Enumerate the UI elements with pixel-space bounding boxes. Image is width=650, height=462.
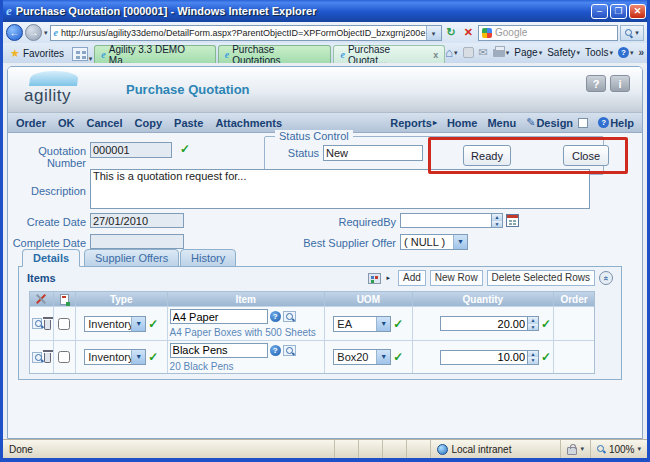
url-text[interactable]: http://ursus/agility33demo/DetailForm.as… (61, 28, 426, 38)
browser-tab-active[interactable]: e Purchase Quotat... x (333, 45, 445, 63)
uom-select[interactable]: EA▼ (333, 316, 391, 332)
create-date-field[interactable] (90, 213, 184, 228)
minimize-button[interactable]: – (591, 4, 608, 19)
add-button[interactable]: Add (398, 270, 426, 286)
address-bar: ← → ▾ e http://ursus/agility33demo/Detai… (3, 22, 647, 43)
toolbar-attachments-button[interactable]: Attachments (215, 117, 282, 129)
toolbar-help-button[interactable]: ?Help (598, 117, 634, 129)
browser-tab-2[interactable]: e Purchase Quotations (218, 45, 332, 63)
toolbar-home-button[interactable]: Home (447, 117, 478, 129)
required-by-spinner[interactable]: ▲▼ (492, 213, 503, 228)
forward-button[interactable]: → (25, 24, 42, 41)
quantity-stepper[interactable]: ▲▼ (528, 350, 539, 365)
favorites-button[interactable]: ★ Favorites (6, 43, 68, 63)
stop-icon[interactable]: ✕ (461, 26, 476, 39)
best-supplier-offer-select[interactable]: ( NULL ) ▼ (400, 234, 468, 250)
toolbar-overflow-icon[interactable]: » (638, 47, 644, 58)
calendar-icon[interactable] (506, 214, 519, 227)
browser-tab-1[interactable]: e Agility 3.3 DEMO Ma... (94, 45, 215, 63)
status-control-legend: Status Control (275, 130, 353, 142)
toolbar-copy-button[interactable]: Copy (135, 117, 163, 129)
export-icon[interactable] (368, 273, 381, 284)
quantity-stepper[interactable]: ▲▼ (528, 316, 539, 331)
required-by-field[interactable] (400, 213, 492, 228)
ready-button[interactable]: Ready (463, 145, 511, 166)
quantity-field[interactable] (440, 350, 528, 365)
quantity-field[interactable] (440, 316, 528, 331)
quick-tabs-icon[interactable] (72, 47, 88, 61)
item-help-icon[interactable]: ? (270, 311, 281, 322)
home-button[interactable]: ⌂▾ (445, 45, 457, 60)
tab-history[interactable]: History (180, 249, 236, 267)
row-select-checkbox[interactable] (58, 318, 70, 330)
tab-close-icon[interactable]: x (433, 50, 438, 60)
mail-icon[interactable]: ✉ (479, 46, 488, 59)
row-delete-icon[interactable] (44, 320, 51, 330)
page-menu[interactable]: Page▾ (514, 47, 542, 58)
back-button[interactable]: ← (6, 24, 23, 41)
protected-mode-button[interactable]: ▾ (560, 440, 590, 458)
status-field[interactable] (323, 145, 423, 161)
zoom-icon (597, 445, 606, 454)
search-placeholder[interactable]: Google (495, 27, 614, 38)
new-row-button[interactable]: New Row (430, 270, 483, 286)
history-dropdown-icon[interactable]: ▾ (44, 29, 48, 37)
close-button[interactable]: ✕ (629, 4, 646, 19)
maximize-button[interactable]: ❐ (610, 4, 627, 19)
refresh-icon[interactable]: ↻ (444, 26, 459, 39)
search-input[interactable]: Google (478, 25, 618, 41)
address-dropdown-icon[interactable]: ▾ (426, 26, 441, 40)
rss-feed-icon[interactable] (463, 47, 474, 58)
toolbar-paste-button[interactable]: Paste (174, 117, 203, 129)
ie-help-menu[interactable]: ?▾ (618, 47, 634, 58)
item-row-1: Inventory▼ ✓ ? A4 Paper Boxes w (30, 307, 594, 341)
item-lookup-icon[interactable] (283, 311, 296, 322)
status-cell (334, 440, 358, 458)
row-delete-icon[interactable] (44, 353, 51, 363)
tab-list-dropdown-icon[interactable]: ▾ (89, 55, 93, 63)
browser-window: e Purchase Quotation [000001] - Windows … (0, 0, 650, 462)
toolbar-menu-button[interactable]: Menu (487, 117, 516, 129)
tools-menu[interactable]: Tools▾ (585, 47, 613, 58)
toolbar-order-button[interactable]: Order (16, 117, 46, 129)
toolbar-reports-menu[interactable]: Reports▸ (390, 117, 437, 129)
toolbar-cancel-button[interactable]: Cancel (86, 117, 122, 129)
favorites-label[interactable]: Favorites (23, 48, 64, 59)
item-description: A4 Paper Boxes with 500 Sheets (170, 327, 316, 338)
page-background: agility Purchase Quotation ? i Order OK … (3, 63, 647, 439)
complete-date-field[interactable] (90, 234, 184, 249)
design-checkbox[interactable] (578, 118, 588, 128)
tab-details[interactable]: Details (22, 249, 80, 267)
row-select-checkbox[interactable] (58, 351, 70, 363)
tab-supplier-offers[interactable]: Supplier Offers (84, 249, 179, 267)
type-select[interactable]: Inventory▼ (84, 349, 146, 365)
search-button[interactable]: ▾ (620, 25, 644, 41)
row-preview-icon[interactable] (32, 318, 42, 329)
zoom-level[interactable]: 100% (609, 444, 635, 455)
export-arrow-icon[interactable]: ▸ (387, 274, 391, 282)
item-help-icon[interactable]: ? (270, 345, 281, 356)
delete-selected-rows-button[interactable]: Delete Selected Rows (487, 270, 595, 286)
print-button[interactable]: ▾ (493, 49, 510, 57)
item-lookup-icon[interactable] (283, 345, 296, 356)
title-bar: e Purchase Quotation [000001] - Windows … (0, 0, 650, 22)
description-field[interactable]: This is a quotation request for... (90, 169, 590, 209)
item-field[interactable] (170, 309, 268, 324)
row-preview-icon[interactable] (32, 352, 42, 363)
collapse-grid-icon[interactable]: « (599, 271, 613, 285)
order-cell (554, 341, 594, 373)
safety-menu[interactable]: Safety▾ (547, 47, 580, 58)
close-status-button[interactable]: Close (563, 145, 609, 166)
search-options-icon[interactable]: ▾ (635, 29, 639, 37)
header-info-button[interactable]: i (610, 75, 630, 92)
type-select[interactable]: Inventory▼ (84, 316, 146, 332)
toolbar-design-toggle[interactable]: ✎Design (526, 116, 588, 129)
header-help-button[interactable]: ? (586, 75, 606, 92)
address-input[interactable]: e http://ursus/agility33demo/DetailForm.… (50, 25, 442, 41)
quotation-number-field[interactable] (90, 142, 172, 158)
item-field[interactable] (170, 343, 268, 358)
uom-select[interactable]: Box20▼ (333, 349, 391, 365)
zoom-control[interactable]: 100% ▾ (590, 440, 647, 458)
create-date-label: Create Date (8, 216, 86, 228)
toolbar-ok-button[interactable]: OK (58, 117, 75, 129)
